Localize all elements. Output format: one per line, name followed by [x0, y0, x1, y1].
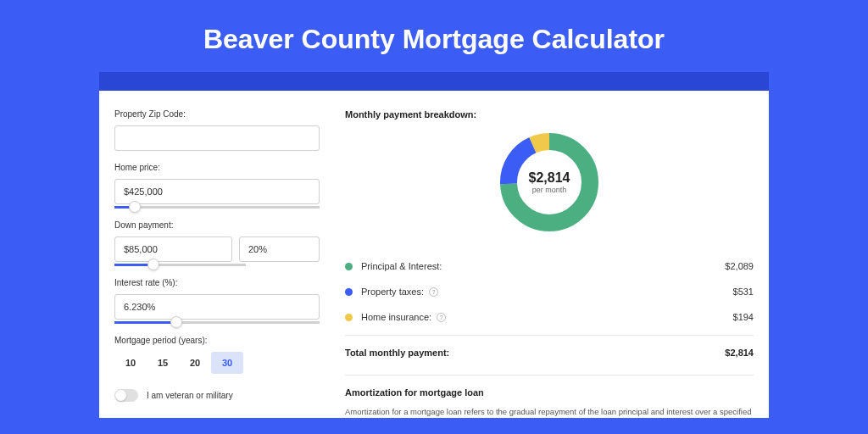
legend-value-taxes: $531 [733, 287, 754, 297]
veteran-label: I am veteran or military [147, 391, 233, 400]
interest-field-group: Interest rate (%): [114, 278, 320, 324]
down-payment-pct-input[interactable] [239, 236, 320, 262]
zip-label: Property Zip Code: [114, 109, 320, 119]
home-price-label: Home price: [114, 163, 320, 172]
total-value: $2,814 [725, 348, 754, 358]
down-payment-slider-thumb[interactable] [147, 259, 159, 270]
divider [345, 335, 754, 336]
legend-value-principal: $2,089 [725, 261, 754, 271]
interest-slider[interactable] [114, 321, 320, 324]
legend-row-principal: Principal & Interest: $2,089 [345, 253, 754, 279]
donut-amount: $2,814 [529, 170, 570, 186]
down-payment-field-group: Down payment: [114, 220, 320, 266]
period-15-button[interactable]: 15 [147, 352, 179, 374]
amortization-title: Amortization for mortgage loan [345, 387, 754, 398]
breakdown-title: Monthly payment breakdown: [345, 109, 754, 120]
down-payment-label: Down payment: [114, 220, 320, 230]
legend-row-insurance: Home insurance: ? $194 [345, 304, 754, 330]
info-icon[interactable]: ? [437, 313, 446, 322]
form-column: Property Zip Code: Home price: Down paym… [114, 109, 320, 418]
period-10-button[interactable]: 10 [114, 352, 147, 374]
veteran-toggle[interactable] [114, 389, 138, 402]
period-20-button[interactable]: 20 [179, 352, 211, 374]
home-price-slider[interactable] [114, 206, 320, 209]
legend-label-taxes: Property taxes: ? [361, 287, 733, 297]
legend-dot-principal [345, 263, 353, 270]
down-payment-input[interactable] [114, 236, 232, 262]
legend-label-insurance: Home insurance: ? [361, 312, 733, 322]
amortization-section: Amortization for mortgage loan Amortizat… [345, 375, 754, 418]
donut-chart-wrap: $2,814 per month [345, 131, 754, 233]
zip-input[interactable] [114, 125, 320, 151]
veteran-toggle-row: I am veteran or military [114, 389, 320, 402]
interest-input[interactable] [114, 294, 320, 320]
interest-slider-thumb[interactable] [170, 316, 182, 328]
page-title: Beaver County Mortgage Calculator [0, 0, 868, 72]
home-price-input[interactable] [114, 179, 320, 204]
donut-sub: per month [529, 186, 570, 194]
period-field-group: Mortgage period (years): 10 15 20 30 [114, 336, 320, 374]
calculator-card: Property Zip Code: Home price: Down paym… [99, 91, 769, 418]
down-payment-slider[interactable] [114, 264, 246, 266]
total-row: Total monthly payment: $2,814 [345, 341, 754, 370]
interest-label: Interest rate (%): [114, 278, 320, 287]
period-buttons: 10 15 20 30 [114, 352, 320, 374]
legend-label-principal: Principal & Interest: [361, 261, 725, 271]
zip-field-group: Property Zip Code: [114, 109, 320, 151]
total-label: Total monthly payment: [345, 348, 725, 358]
breakdown-column: Monthly payment breakdown: $2,814 per mo… [345, 109, 754, 418]
period-30-button[interactable]: 30 [211, 352, 243, 374]
header-bar [99, 72, 769, 91]
amortization-text: Amortization for a mortgage loan refers … [345, 406, 754, 418]
info-icon[interactable]: ? [429, 287, 438, 297]
legend-row-taxes: Property taxes: ? $531 [345, 279, 754, 304]
donut-chart: $2,814 per month [498, 131, 600, 233]
legend-value-insurance: $194 [733, 312, 754, 322]
home-price-field-group: Home price: [114, 163, 320, 209]
period-label: Mortgage period (years): [114, 336, 320, 345]
legend-dot-insurance [345, 314, 353, 321]
veteran-toggle-knob [115, 390, 126, 401]
home-price-slider-thumb[interactable] [129, 201, 141, 213]
legend-dot-taxes [345, 288, 353, 296]
donut-center: $2,814 per month [529, 170, 570, 194]
